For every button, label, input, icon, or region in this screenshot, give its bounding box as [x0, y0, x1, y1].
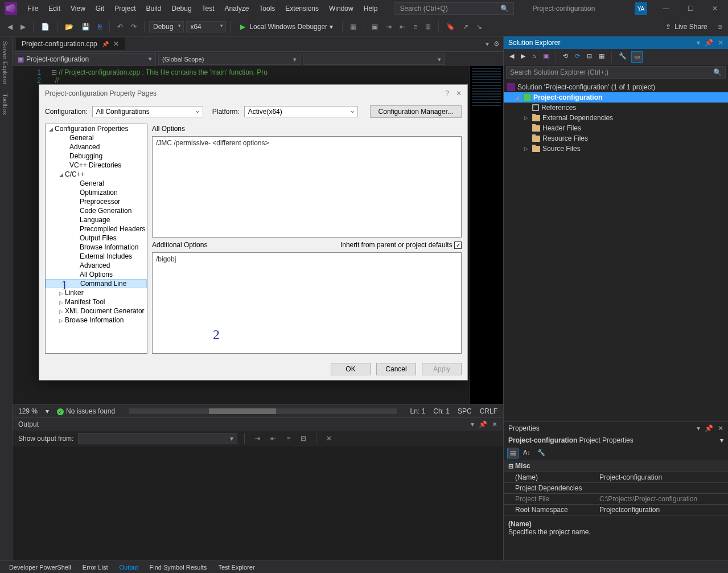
platform-select-dialog[interactable]: Active(x64)	[244, 106, 358, 117]
zoom-level[interactable]: 129 %	[18, 407, 38, 415]
menu-window[interactable]: Window	[324, 2, 358, 15]
menu-extensions[interactable]: Extensions	[281, 2, 323, 15]
header-files-node[interactable]: Header Files	[504, 123, 728, 133]
tb-icon-3[interactable]: ⇥	[383, 21, 394, 32]
menu-tools[interactable]: Tools	[254, 2, 279, 15]
tb-icon-1[interactable]: ▦	[347, 21, 359, 32]
user-avatar[interactable]: YA	[635, 2, 647, 15]
open-icon[interactable]: 📂	[62, 21, 76, 32]
all-options-textarea[interactable]: /JMC /permissive- <different options>	[152, 136, 462, 238]
dialog-titlebar[interactable]: Project-configuration Property Pages ? ✕	[39, 85, 467, 102]
tree-cpp-advanced[interactable]: Advanced	[46, 261, 147, 270]
undo-icon[interactable]: ↶	[114, 21, 126, 32]
apply-button[interactable]: Apply	[422, 363, 462, 375]
bookmark-icon[interactable]: 🔖	[443, 21, 458, 32]
additional-options-textarea[interactable]: /bigobj	[152, 252, 462, 354]
tb-icon-7[interactable]: ↗	[460, 21, 471, 32]
tree-advanced[interactable]: Advanced	[46, 142, 147, 152]
se-preview-icon[interactable]: ▭	[631, 51, 643, 63]
feedback-icon[interactable]: ☺	[717, 23, 723, 31]
references-node[interactable]: References	[504, 103, 728, 113]
prop-row-deps[interactable]: Project Dependencies	[504, 482, 728, 493]
se-search-input[interactable]: Search Solution Explorer (Ctrl+;) 🔍	[506, 66, 726, 79]
project-node[interactable]: ◢ Project-configuration	[504, 92, 728, 103]
out-icon-1[interactable]: ⇥	[252, 433, 263, 444]
toolbox-tab[interactable]: Toolbox	[0, 89, 10, 120]
tb-icon-5[interactable]: ≡	[410, 21, 420, 32]
tree-cpp-outputfiles[interactable]: Output Files	[46, 234, 147, 243]
save-all-icon[interactable]: ⎘	[95, 21, 105, 32]
pin-icon[interactable]: 📌	[102, 41, 109, 47]
tree-cpp-general[interactable]: General	[46, 179, 147, 188]
dialog-close-icon[interactable]: ✕	[456, 89, 462, 97]
nav-fwd-icon[interactable]: ▶	[18, 21, 28, 32]
resource-files-node[interactable]: Resource Files	[504, 133, 728, 144]
props-pages-icon[interactable]: 🔧	[535, 448, 548, 459]
menu-build[interactable]: Build	[142, 2, 166, 15]
tab-overflow-icon[interactable]: ▾	[486, 40, 489, 48]
tree-cpp-extincludes[interactable]: External Includes	[46, 252, 147, 261]
tab-findsymbol[interactable]: Find Symbol Results	[145, 563, 212, 572]
props-pin-icon[interactable]: 📌	[705, 424, 713, 432]
tree-cpp-browseinfo[interactable]: Browse Information	[46, 243, 147, 252]
se-sync-icon[interactable]: ⟲	[561, 51, 570, 63]
menu-git[interactable]: Git	[91, 2, 109, 15]
menu-test[interactable]: Test	[198, 2, 219, 15]
nav-member-select[interactable]	[303, 54, 445, 65]
tb-icon-8[interactable]: ↘	[474, 21, 485, 32]
out-icon-4[interactable]: ⊟	[298, 433, 309, 444]
tree-debugging[interactable]: Debugging	[46, 152, 147, 161]
menu-edit[interactable]: Edit	[44, 2, 65, 15]
live-share-button[interactable]: ⇪ Live Share ☺	[665, 23, 723, 31]
tb-icon-4[interactable]: ⇤	[397, 21, 408, 32]
save-icon[interactable]: 💾	[79, 21, 93, 32]
minimize-button[interactable]: —	[657, 2, 675, 15]
platform-select[interactable]: x64	[186, 21, 226, 32]
tree-root[interactable]: ◢Configuration Properties	[46, 124, 147, 133]
nav-back-icon[interactable]: ◀	[5, 21, 15, 32]
zoom-dropdown-icon[interactable]: ▾	[46, 407, 49, 415]
menu-file[interactable]: File	[23, 2, 43, 15]
se-close-icon[interactable]: ✕	[718, 39, 723, 47]
out-icon-2[interactable]: ⇤	[268, 433, 279, 444]
se-refresh-icon[interactable]: ⟳	[573, 51, 582, 63]
tab-powershell[interactable]: Developer PowerShell	[5, 563, 76, 572]
tab-errorlist[interactable]: Error List	[78, 563, 113, 572]
props-close-icon[interactable]: ✕	[718, 424, 723, 432]
output-dropdown-icon[interactable]: ▾	[471, 420, 474, 428]
tb-icon-6[interactable]: ⊞	[422, 21, 434, 32]
menu-analyze[interactable]: Analyze	[220, 2, 254, 15]
issues-status[interactable]: No issues found	[57, 407, 115, 415]
dialog-help-icon[interactable]: ?	[445, 89, 449, 97]
prop-row-name[interactable]: (Name)Project-configuration	[504, 472, 728, 482]
se-home-icon[interactable]: ⌂	[530, 51, 538, 63]
tree-cpp-optimization[interactable]: Optimization	[46, 188, 147, 197]
props-sub-dropdown-icon[interactable]: ▾	[720, 436, 723, 444]
menu-view[interactable]: View	[66, 2, 90, 15]
menu-help[interactable]: Help	[359, 2, 382, 15]
start-debugger-button[interactable]: Local Windows Debugger ▾	[236, 21, 338, 32]
close-button[interactable]: ✕	[706, 2, 723, 15]
menu-debug[interactable]: Debug	[167, 2, 196, 15]
redo-icon[interactable]: ↷	[128, 21, 139, 32]
tab-close-icon[interactable]: ✕	[113, 40, 119, 48]
output-body[interactable]	[13, 447, 503, 560]
se-dropdown-icon[interactable]: ▾	[697, 39, 700, 47]
new-item-icon[interactable]: 📄	[38, 21, 52, 32]
props-alpha-icon[interactable]: A↓	[521, 448, 533, 459]
tree-cpp-pch[interactable]: Precompiled Headers	[46, 224, 147, 234]
tree-general[interactable]: General	[46, 133, 147, 142]
output-source-select[interactable]	[78, 433, 237, 444]
minimap[interactable]	[469, 66, 503, 404]
tree-cpp-codegen[interactable]: Code Generation	[46, 206, 147, 215]
external-deps-node[interactable]: ▷ External Dependencies	[504, 113, 728, 123]
se-props-icon[interactable]: 🔧	[616, 51, 629, 63]
solution-node[interactable]: Solution 'Project-configuration' (1 of 1…	[504, 82, 728, 92]
menu-project[interactable]: Project	[110, 2, 140, 15]
tree-vcdirs[interactable]: VC++ Directories	[46, 161, 147, 170]
prop-row-namespace[interactable]: Root NamespaceProjectconfiguration	[504, 504, 728, 515]
se-fwd-icon[interactable]: ▶	[519, 51, 528, 63]
horizontal-scrollbar[interactable]	[129, 408, 396, 414]
se-showall-icon[interactable]: ▦	[597, 51, 607, 63]
maximize-button[interactable]: ☐	[682, 2, 700, 15]
